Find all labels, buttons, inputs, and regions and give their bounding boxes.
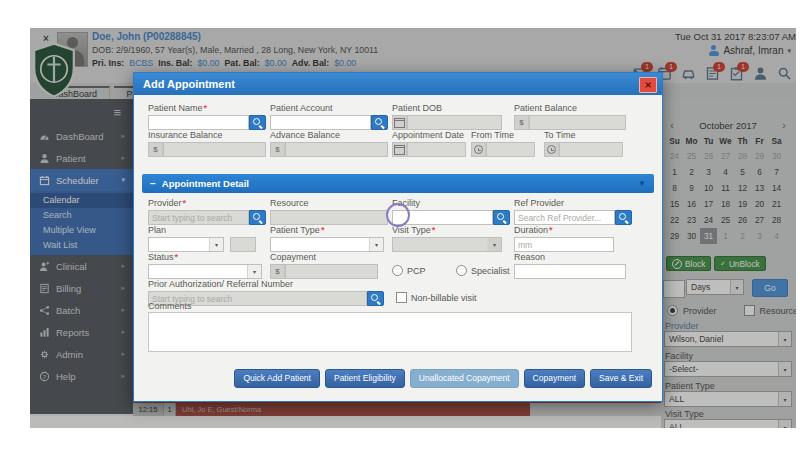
search-icon	[371, 294, 380, 303]
patient-dob-input	[407, 115, 502, 130]
chevron-down-icon	[369, 238, 383, 251]
patient-name-input[interactable]	[148, 115, 249, 130]
resource-field: Resource	[270, 198, 388, 225]
specialist-radio[interactable]	[456, 265, 467, 276]
plan-select[interactable]	[148, 237, 224, 252]
reason-field: Reason	[514, 252, 626, 279]
copayment-label: Copayment	[270, 252, 316, 262]
patient-eligibility-button[interactable]: Patient Eligibility	[325, 369, 405, 388]
duration-label: Duration	[514, 225, 548, 235]
search-icon	[497, 213, 506, 222]
ref-provider-label: Ref Provider	[514, 198, 564, 208]
provider-input[interactable]	[148, 210, 249, 225]
insurance-balance-label: Insurance Balance	[148, 130, 223, 140]
visit-type-select	[392, 237, 502, 252]
non-billable-label: Non-billable visit	[411, 293, 477, 303]
dialog-close-button[interactable]: ✕	[639, 77, 657, 93]
appointment-detail-section-header[interactable]: − Appointment Detail ▼	[142, 174, 654, 193]
comments-label: Comments	[148, 301, 192, 311]
appointment-date-input	[407, 142, 466, 157]
clock-icon	[471, 142, 486, 157]
currency-icon: $	[270, 264, 285, 279]
chevron-down-icon	[487, 238, 501, 251]
chevron-down-icon	[209, 238, 223, 251]
dialog-header[interactable]: Add Appointment ✕	[134, 73, 662, 95]
prior-auth-label: Prior Authorization/ Referral Number	[148, 279, 293, 289]
insurance-balance-field: Insurance Balance $	[148, 130, 266, 157]
advance-balance-field: Advance Balance $	[270, 130, 388, 157]
provider-search-button[interactable]	[249, 210, 266, 225]
screen: { "header": { "close_label": "×", "patie…	[0, 0, 800, 450]
save-exit-button[interactable]: Save & Exit	[590, 369, 652, 388]
plan-extra-input	[230, 237, 256, 252]
patient-name-field: Patient Name*	[148, 103, 266, 130]
required-marker: *	[549, 225, 553, 235]
collapse-icon: −	[150, 178, 156, 189]
ref-provider-field: Ref Provider	[514, 198, 632, 225]
provider-field: Provider*	[148, 198, 266, 225]
clock-icon	[544, 142, 559, 157]
required-marker: *	[175, 252, 179, 262]
pcp-radio[interactable]	[392, 265, 403, 276]
from-time-input	[486, 142, 535, 157]
chevron-down-icon: ▼	[638, 179, 646, 188]
duration-field: Duration*	[514, 225, 614, 252]
ref-provider-search-button[interactable]	[615, 210, 632, 225]
ref-provider-input[interactable]	[514, 210, 615, 225]
specialist-radio-label: Specialist	[471, 266, 510, 276]
patient-name-label: Patient Name	[148, 103, 203, 113]
to-time-label: To Time	[544, 130, 576, 140]
comments-textarea[interactable]	[148, 312, 632, 352]
copayment-input	[285, 264, 378, 279]
reason-input[interactable]	[514, 264, 626, 279]
search-icon	[253, 118, 262, 127]
patient-account-label: Patient Account	[270, 103, 333, 113]
dialog-title: Add Appointment	[134, 73, 662, 95]
search-icon	[253, 213, 262, 222]
resource-label: Resource	[270, 198, 309, 208]
required-marker: *	[432, 225, 436, 235]
patient-balance-input	[529, 115, 626, 130]
patient-type-select[interactable]	[270, 237, 384, 252]
pcp-radio-row: PCP	[392, 265, 426, 276]
patient-account-input[interactable]	[270, 115, 371, 130]
section-title: Appointment Detail	[162, 178, 249, 189]
non-billable-row: Non-billable visit	[396, 292, 477, 303]
resource-input	[270, 210, 388, 225]
required-marker: *	[321, 225, 325, 235]
pcp-radio-label: PCP	[407, 266, 426, 276]
insurance-balance-input	[163, 142, 266, 157]
unallocated-copayment-button: Unallocated Copayment	[410, 369, 519, 388]
add-appointment-dialog: Add Appointment ✕ Patient Name* Patient …	[133, 72, 663, 402]
patient-account-search-button[interactable]	[371, 115, 388, 130]
currency-icon: $	[148, 142, 163, 157]
appointment-date-label: Appointment Date	[392, 130, 464, 140]
specialist-radio-row: Specialist	[456, 265, 510, 276]
currency-icon: $	[514, 115, 529, 130]
chevron-down-icon	[247, 265, 261, 278]
facility-search-button[interactable]	[493, 210, 510, 225]
visit-type-field: Visit Type*	[392, 225, 502, 252]
from-time-label: From Time	[471, 130, 514, 140]
patient-name-search-button[interactable]	[249, 115, 266, 130]
required-marker: *	[183, 198, 187, 208]
copayment-button[interactable]: Copayment	[524, 369, 585, 388]
duration-input[interactable]	[514, 237, 614, 252]
reason-label: Reason	[514, 252, 545, 262]
patient-dob-label: Patient DOB	[392, 103, 442, 113]
required-marker: *	[204, 103, 208, 113]
patient-balance-label: Patient Balance	[514, 103, 577, 113]
patient-type-field: Patient Type*	[270, 225, 384, 252]
calendar-icon	[392, 115, 407, 130]
appointment-date-field: Appointment Date	[392, 130, 466, 157]
search-icon	[375, 118, 384, 127]
quick-add-patient-button[interactable]: Quick Add Patient	[234, 369, 320, 388]
provider-label: Provider	[148, 198, 182, 208]
status-select[interactable]	[148, 264, 262, 279]
cursor-highlight-circle	[386, 203, 410, 227]
advance-balance-label: Advance Balance	[270, 130, 340, 140]
copayment-field: Copayment $	[270, 252, 378, 279]
prior-auth-search-button[interactable]	[367, 291, 384, 306]
non-billable-checkbox[interactable]	[396, 292, 407, 303]
search-icon	[619, 213, 628, 222]
